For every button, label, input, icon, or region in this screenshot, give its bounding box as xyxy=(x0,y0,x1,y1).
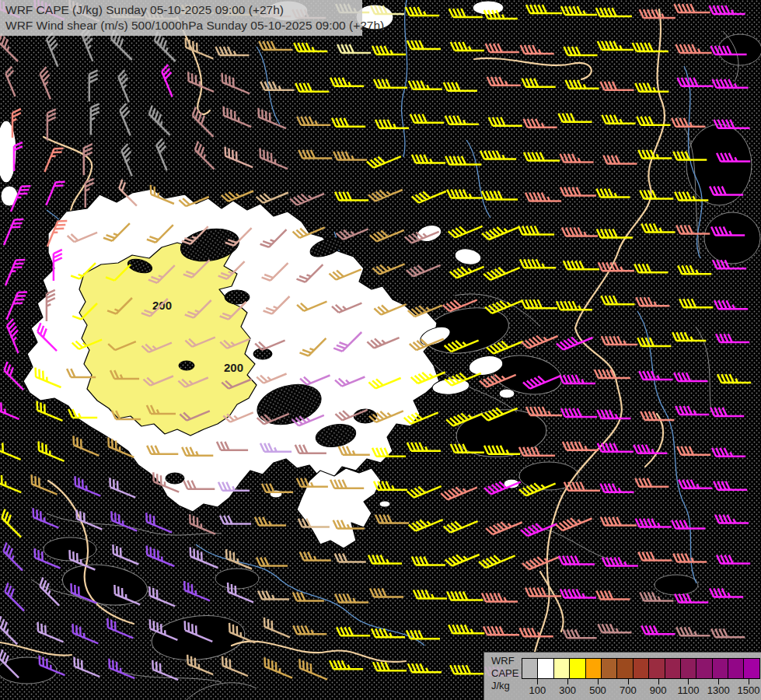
legend-swatch xyxy=(569,658,585,679)
legend-tick xyxy=(537,679,538,684)
legend-tick xyxy=(567,679,568,684)
legend-color-scale xyxy=(522,658,760,679)
legend-swatch xyxy=(585,658,602,679)
cape-fragment xyxy=(379,501,390,507)
terrain-patch xyxy=(686,124,752,205)
legend-swatch xyxy=(728,658,744,679)
cape-contour-label: 200 xyxy=(224,361,243,374)
cape-fragment xyxy=(473,1,504,15)
legend-label-unit: J/kg xyxy=(491,680,518,692)
legend-swatch xyxy=(601,658,617,679)
terrain-patch xyxy=(704,212,760,264)
legend-tick xyxy=(658,679,659,684)
weather-map-stage: 200200 WRF CAPE (J/kg) Sunday 05-10-2025… xyxy=(0,0,761,700)
legend-tick xyxy=(749,679,749,684)
legend-swatch xyxy=(537,658,553,679)
terrain-patch xyxy=(655,575,698,595)
cape-fragment xyxy=(499,389,515,398)
legend-tick xyxy=(598,679,599,684)
terrain-patch xyxy=(215,569,259,589)
legend-tick-value: 700 xyxy=(620,684,637,696)
legend-label-wrf: WRF xyxy=(491,655,518,667)
legend-tick xyxy=(628,679,629,684)
map-title-bar: WRF CAPE (J/kg) Sunday 05-10-2025 09:00 … xyxy=(0,0,362,36)
legend-tick-value: 1100 xyxy=(677,684,699,696)
legend-tick-value: 300 xyxy=(559,684,576,696)
cape-hole xyxy=(166,473,184,484)
weather-map-canvas: 200200 xyxy=(0,0,761,700)
legend-tick-value: 1300 xyxy=(707,684,730,696)
cape-hole xyxy=(179,361,194,370)
legend-swatch xyxy=(553,658,570,679)
legend-swatch xyxy=(522,658,538,679)
legend-swatch xyxy=(665,658,681,679)
legend-tick-value: 500 xyxy=(589,684,606,696)
terrain-patch xyxy=(0,657,57,684)
legend-swatch xyxy=(648,658,665,679)
legend-swatch xyxy=(616,658,633,679)
legend-tick-value: 1500 xyxy=(738,684,760,696)
legend-swatch xyxy=(680,658,696,679)
legend-swatch xyxy=(633,658,649,679)
legend-label-cape: CAPE xyxy=(491,667,518,680)
cape-legend: WRF CAPE J/kg 10030050070090011001300150… xyxy=(483,652,761,700)
legend-swatch xyxy=(696,658,712,679)
title-line-cape: WRF CAPE (J/kg) Sunday 05-10-2025 09:00 … xyxy=(5,2,357,18)
legend-tick xyxy=(718,679,719,684)
legend-tick-value: 100 xyxy=(529,684,546,696)
legend-tick-value: 900 xyxy=(650,684,667,696)
legend-tick xyxy=(688,679,689,684)
title-line-shear: WRF Wind shear (m/s) 500/1000hPa Sunday … xyxy=(5,18,357,33)
legend-swatch xyxy=(743,658,759,679)
legend-swatch xyxy=(712,658,728,679)
legend-label: WRF CAPE J/kg xyxy=(491,655,518,692)
